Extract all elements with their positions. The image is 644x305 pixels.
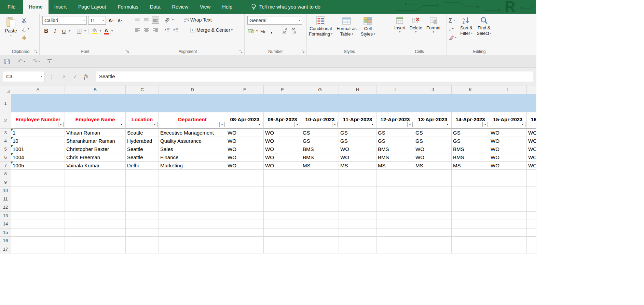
- cell-F15[interactable]: [264, 228, 301, 237]
- cell-I3[interactable]: GS: [376, 129, 414, 137]
- shrink-font-button[interactable]: A▾: [116, 17, 124, 24]
- cell-F6[interactable]: WO: [264, 153, 301, 162]
- cell-G17[interactable]: [301, 245, 339, 254]
- row-header-14[interactable]: 14: [0, 220, 11, 228]
- cell-H13[interactable]: [339, 212, 376, 220]
- cell-H17[interactable]: [339, 245, 376, 254]
- bold-button[interactable]: B: [42, 27, 50, 35]
- orientation-button[interactable]: ab: [163, 16, 171, 24]
- cell-G8[interactable]: [301, 170, 339, 178]
- cell-A7[interactable]: 1005: [11, 162, 65, 170]
- cell-E3[interactable]: WO: [226, 129, 264, 137]
- cell-J9[interactable]: [414, 178, 452, 187]
- formula-bar-separator-icon[interactable]: ⋮: [49, 74, 54, 79]
- cell-H3[interactable]: GS: [339, 129, 376, 137]
- cell-B12[interactable]: [65, 203, 126, 212]
- fill-color-dropdown-icon[interactable]: ▾: [100, 30, 101, 32]
- filter-button-F[interactable]: ▾: [294, 122, 300, 127]
- filter-button-H[interactable]: ▾: [370, 122, 375, 127]
- filter-button-D[interactable]: ▾: [219, 122, 225, 127]
- cell-D13[interactable]: [159, 212, 226, 220]
- number-format-combobox[interactable]: General▾: [247, 16, 302, 25]
- cell-E12[interactable]: [226, 203, 264, 212]
- cell-B9[interactable]: [65, 178, 126, 187]
- cell-G4[interactable]: GS: [301, 137, 339, 145]
- format-as-table-button[interactable]: Format as Table▾: [334, 15, 359, 47]
- cell-K13[interactable]: [452, 212, 489, 220]
- bottom-align-button[interactable]: [152, 16, 159, 24]
- tab-insert[interactable]: Insert: [49, 0, 72, 14]
- cell-G14[interactable]: [301, 220, 339, 228]
- cancel-button[interactable]: ×: [59, 73, 70, 79]
- cell-F16[interactable]: [264, 237, 301, 245]
- orientation-dropdown-icon[interactable]: ▾: [172, 18, 174, 21]
- cell-E13[interactable]: [226, 212, 264, 220]
- filter-button-B[interactable]: ▾: [119, 122, 124, 127]
- cell-A17[interactable]: [11, 245, 65, 254]
- paste-button[interactable]: Paste ▾: [2, 15, 20, 47]
- increase-decimal-button[interactable]: ←.0.00: [280, 27, 288, 35]
- cell-K2-header[interactable]: 14-Apr-2023▾: [452, 112, 489, 129]
- filter-button-J[interactable]: ▾: [445, 122, 450, 127]
- font-color-button[interactable]: A: [102, 27, 110, 35]
- cell-A10[interactable]: [11, 186, 65, 195]
- cell-M17[interactable]: [527, 245, 536, 254]
- cell-A15[interactable]: [11, 228, 65, 237]
- cell-K6[interactable]: BMS: [452, 153, 489, 162]
- filter-button-A[interactable]: ▾: [58, 122, 64, 127]
- cell-B4[interactable]: Sharankumar Raman: [65, 137, 126, 145]
- row-header-15[interactable]: 15: [0, 228, 11, 237]
- cell-D8[interactable]: [159, 170, 226, 178]
- cell-G10[interactable]: [301, 186, 339, 195]
- row-header-11[interactable]: 11: [0, 195, 11, 204]
- cell-B13[interactable]: [65, 212, 126, 220]
- increase-indent-button[interactable]: [172, 26, 180, 34]
- cell-M16[interactable]: [527, 237, 536, 245]
- cell-L12[interactable]: [489, 203, 527, 212]
- fill-button[interactable]: ↓▾: [449, 26, 456, 32]
- cell-A5[interactable]: 1001: [11, 145, 65, 153]
- undo-button[interactable]: ↶▾: [18, 58, 25, 65]
- clear-button[interactable]: ▾: [449, 34, 456, 41]
- cell-L5[interactable]: WO: [489, 145, 527, 153]
- cell-F14[interactable]: [264, 220, 301, 228]
- cell-K10[interactable]: [452, 186, 489, 195]
- qat-customize-button[interactable]: ▾: [47, 59, 52, 64]
- cell-J8[interactable]: [414, 170, 452, 178]
- comma-style-button[interactable]: ,: [268, 27, 275, 35]
- cell-H8[interactable]: [339, 170, 376, 178]
- cell-G15[interactable]: [301, 228, 339, 237]
- cell-D14[interactable]: [159, 220, 226, 228]
- cell-J13[interactable]: [414, 212, 452, 220]
- tab-review[interactable]: Review: [166, 0, 194, 14]
- cell-J6[interactable]: WO: [414, 153, 452, 162]
- cell-H4[interactable]: GS: [339, 137, 376, 145]
- cell-B14[interactable]: [65, 220, 126, 228]
- row-header-9[interactable]: 9: [0, 178, 11, 187]
- cell-K17[interactable]: [452, 245, 489, 254]
- cell-J11[interactable]: [414, 195, 452, 204]
- save-button[interactable]: [4, 58, 10, 65]
- cell-D11[interactable]: [159, 195, 226, 204]
- delete-cells-button[interactable]: Delete ▾: [408, 15, 425, 47]
- cell-I9[interactable]: [376, 178, 414, 187]
- cell-C14[interactable]: [126, 220, 159, 228]
- cell-J5[interactable]: WO: [414, 145, 452, 153]
- row-header-5[interactable]: 5: [0, 145, 11, 153]
- align-left-button[interactable]: [134, 26, 141, 34]
- cell-L16[interactable]: [489, 237, 527, 245]
- column-header-L[interactable]: L: [489, 85, 527, 94]
- cell-C17[interactable]: [126, 245, 159, 254]
- cell-G11[interactable]: [301, 195, 339, 204]
- cell-G13[interactable]: [301, 212, 339, 220]
- cell-C12[interactable]: [126, 203, 159, 212]
- cell-E4[interactable]: WO: [226, 137, 264, 145]
- cell-F13[interactable]: [264, 212, 301, 220]
- cell-E8[interactable]: [226, 170, 264, 178]
- select-all-button[interactable]: [0, 85, 11, 94]
- tab-formulas[interactable]: Formulas: [112, 0, 144, 14]
- name-box-dropdown-icon[interactable]: ▾: [41, 75, 42, 78]
- cell-J3[interactable]: GS: [414, 129, 452, 137]
- merge-center-button[interactable]: Merge & Center▾: [190, 27, 233, 33]
- row-header-10[interactable]: 10: [0, 186, 11, 195]
